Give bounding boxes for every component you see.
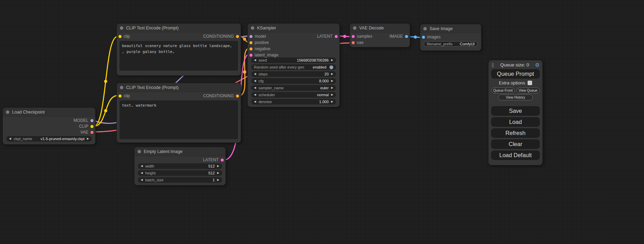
widget-scheduler[interactable]: ◀ scheduler normal ▶	[251, 92, 336, 98]
clip-negative-title-bar[interactable]: CLIP Text Encode (Prompt)	[117, 83, 241, 92]
node-clip-text-encode-negative[interactable]: CLIP Text Encode (Prompt) clip CONDITION…	[117, 83, 241, 143]
vae-decode-title-bar[interactable]: VAE Decode	[350, 24, 410, 33]
load-button[interactable]: Load	[491, 117, 540, 127]
collapse-dot-icon[interactable]	[251, 26, 254, 30]
widget-cfg[interactable]: ◀ cfg 8.000 ▶	[251, 78, 336, 84]
decrement-arrow-icon[interactable]: ◀	[254, 80, 256, 82]
widget-denoise[interactable]: ◀ denoise 1.000 ▶	[251, 99, 336, 105]
widget-steps[interactable]: ◀ steps 20 ▶	[251, 71, 336, 77]
increment-arrow-icon[interactable]: ▶	[331, 93, 333, 96]
input-slot-images[interactable]: images	[420, 34, 481, 40]
node-load-checkpoint[interactable]: Load Checkpoint MODEL CLIP VAE ◀ ckpt_na…	[3, 108, 95, 144]
increment-arrow-icon[interactable]: ▶	[217, 165, 219, 168]
prompt-textarea[interactable]: text, watermark	[120, 100, 238, 139]
output-slot-clip[interactable]: CLIP	[3, 123, 95, 129]
extra-options-checkbox[interactable]	[528, 81, 532, 85]
view-queue-button[interactable]: View Queue	[517, 88, 540, 93]
load-default-button[interactable]: Load Default	[491, 151, 540, 160]
widget-random-seed-toggle[interactable]: Random seed after every gen enabled	[251, 64, 336, 70]
empty-latent-title-bar[interactable]: Empty Latent Image	[134, 147, 226, 156]
widget-filename-prefix[interactable]: filename_prefix ComfyUI	[424, 41, 478, 47]
slot-dot-vae[interactable]	[352, 41, 355, 44]
node-vae-decode[interactable]: VAE Decode samples vae IMAGE	[350, 24, 410, 47]
output-slot-latent[interactable]: LATENT	[134, 157, 226, 163]
decrement-arrow-icon[interactable]: ◀	[141, 179, 143, 181]
output-slot-model[interactable]: MODEL	[3, 117, 95, 124]
input-slot-negative[interactable]: negative	[248, 46, 339, 52]
slot-dot-clip[interactable]	[90, 125, 94, 128]
widget-ckpt-name[interactable]: ◀ ckpt_name v1-5-pruned-emaonly.ckpt ▶	[6, 136, 92, 142]
decrement-arrow-icon[interactable]: ◀	[254, 93, 256, 96]
decrement-arrow-icon[interactable]: ◀	[9, 137, 11, 140]
output-slot-latent[interactable]: LATENT	[248, 33, 339, 39]
slot-dot-image[interactable]	[405, 35, 408, 38]
spacer	[491, 101, 540, 105]
decrement-arrow-icon[interactable]: ◀	[254, 87, 256, 89]
widget-height[interactable]: ◀ height 512 ▶	[138, 170, 222, 176]
output-slot-vae[interactable]: VAE	[3, 129, 95, 135]
slot-dot-latent[interactable]	[249, 54, 253, 57]
slot-label: MODEL	[73, 118, 88, 123]
queue-front-button[interactable]: Queue Front	[491, 88, 515, 93]
prompt-textarea[interactable]: beautiful scenery nature glass bottle la…	[120, 41, 238, 71]
collapse-dot-icon[interactable]	[353, 26, 356, 30]
load-checkpoint-title-bar[interactable]: Load Checkpoint	[3, 108, 95, 117]
decrement-arrow-icon[interactable]: ◀	[254, 100, 256, 103]
decrement-arrow-icon[interactable]: ◀	[141, 165, 143, 168]
slot-dot-vae[interactable]	[90, 131, 94, 134]
slot-dot-latent[interactable]	[221, 159, 224, 162]
increment-arrow-icon[interactable]: ▶	[217, 172, 219, 174]
settings-gear-icon[interactable]: ⚙	[535, 62, 540, 67]
queue-prompt-button[interactable]: Queue Prompt	[491, 69, 540, 79]
clip-positive-title-bar[interactable]: CLIP Text Encode (Prompt)	[117, 24, 241, 33]
decrement-arrow-icon[interactable]: ◀	[141, 172, 143, 174]
increment-arrow-icon[interactable]: ▶	[331, 80, 333, 82]
slot-dot-conditioning[interactable]	[249, 41, 253, 44]
collapse-dot-icon[interactable]	[120, 86, 123, 89]
slot-dot-model[interactable]	[90, 119, 94, 122]
input-slot-positive[interactable]: positive	[248, 39, 339, 46]
increment-arrow-icon[interactable]: ▶	[87, 137, 89, 140]
node-ksampler[interactable]: KSampler model positive negative latent_…	[248, 24, 339, 107]
decrement-arrow-icon[interactable]: ◀	[254, 59, 256, 62]
slot-label: VAE	[80, 130, 88, 135]
clear-button[interactable]: Clear	[491, 139, 540, 149]
drag-handle-icon[interactable]: ⣿	[491, 63, 494, 67]
node-clip-text-encode-positive[interactable]: CLIP Text Encode (Prompt) clip CONDITION…	[117, 24, 241, 75]
widget-seed[interactable]: ◀ seed 156680208700286 ▶	[251, 57, 336, 63]
widget-sampler-name[interactable]: ◀ sampler_name euler ▶	[251, 85, 336, 91]
slot-label: LATENT	[317, 34, 333, 39]
save-image-title-bar[interactable]: Save Image	[420, 24, 481, 33]
node-empty-latent-image[interactable]: Empty Latent Image LATENT ◀ width 512 ▶ …	[134, 147, 226, 185]
refresh-button[interactable]: Refresh	[491, 128, 540, 138]
node-save-image[interactable]: Save Image images filename_prefix ComfyU…	[420, 24, 481, 51]
increment-arrow-icon[interactable]: ▶	[331, 59, 333, 62]
collapse-dot-icon[interactable]	[423, 27, 427, 30]
increment-arrow-icon[interactable]: ▶	[331, 87, 333, 89]
toggle-knob-icon[interactable]	[329, 65, 333, 69]
input-slot-vae[interactable]: vae	[350, 39, 410, 46]
increment-arrow-icon[interactable]: ▶	[217, 179, 219, 181]
output-slot-conditioning[interactable]: CONDITIONING	[117, 33, 241, 39]
slot-dot-image[interactable]	[422, 36, 425, 39]
slot-dot-conditioning[interactable]	[249, 47, 253, 51]
output-slot-image[interactable]: IMAGE	[350, 33, 410, 39]
collapse-dot-icon[interactable]	[120, 26, 123, 30]
slot-dot-latent[interactable]	[335, 35, 338, 38]
queue-size-label: Queue size: 0	[494, 62, 535, 67]
increment-arrow-icon[interactable]: ▶	[331, 73, 333, 75]
graph-canvas[interactable]: Load Checkpoint MODEL CLIP VAE ◀ ckpt_na…	[0, 0, 644, 244]
widget-width[interactable]: ◀ width 512 ▶	[138, 163, 222, 169]
collapse-dot-icon[interactable]	[138, 150, 141, 153]
queue-menu-panel[interactable]: ⣿ Queue size: 0 ⚙ Queue Prompt Extra opt…	[488, 60, 542, 165]
ksampler-title-bar[interactable]: KSampler	[248, 24, 339, 33]
decrement-arrow-icon[interactable]: ◀	[254, 73, 256, 75]
save-button[interactable]: Save	[491, 106, 540, 116]
collapse-dot-icon[interactable]	[6, 110, 9, 114]
increment-arrow-icon[interactable]: ▶	[331, 100, 333, 103]
slot-dot-conditioning[interactable]	[236, 94, 239, 98]
output-slot-conditioning[interactable]: CONDITIONING	[117, 93, 241, 99]
view-history-button[interactable]: View History	[498, 94, 533, 100]
widget-batch-size[interactable]: ◀ batch_size 1 ▶	[138, 177, 222, 183]
slot-dot-conditioning[interactable]	[236, 35, 239, 38]
